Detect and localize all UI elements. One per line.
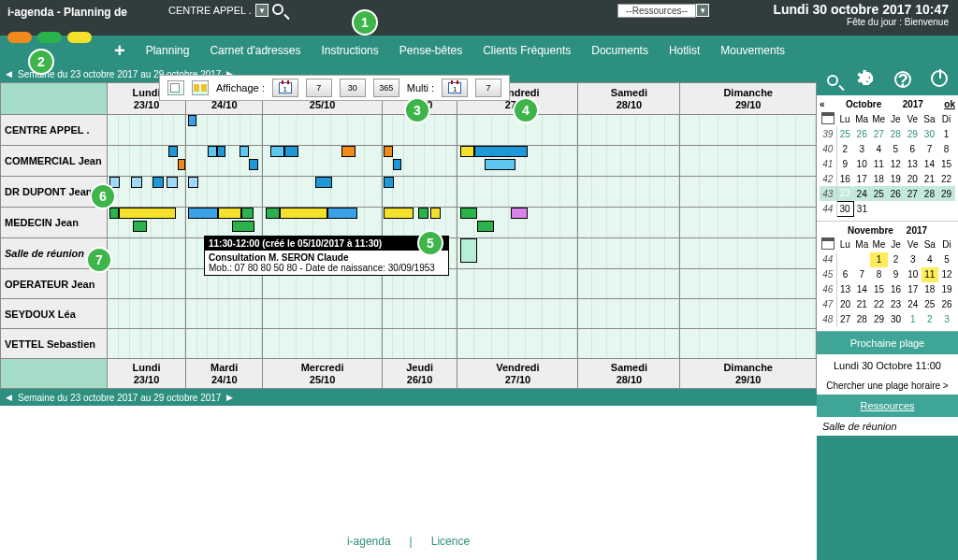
cal-day[interactable]: 14 [853, 282, 870, 297]
power-icon[interactable] [931, 70, 948, 92]
cal-ok-button[interactable]: ok [944, 99, 955, 109]
cal-day[interactable]: 29 [937, 186, 954, 201]
nav-instructions[interactable]: Instructions [321, 44, 378, 57]
cal-day[interactable]: 29 [904, 126, 921, 141]
view-7-button[interactable]: 7 [306, 79, 332, 97]
cal-day[interactable]: 17 [905, 282, 922, 297]
cal-day[interactable]: 26 [853, 126, 870, 141]
cal-day[interactable]: 24 [905, 297, 922, 312]
pill-green[interactable] [37, 32, 62, 43]
cal-day[interactable]: 11 [870, 156, 887, 171]
cal-day[interactable] [870, 201, 887, 216]
resource-cell[interactable]: SEYDOUX Léa [1, 299, 108, 329]
add-button[interactable]: + [114, 40, 125, 62]
nav-pensebetes[interactable]: Pense-bêtes [399, 44, 462, 57]
multi-7-button[interactable]: 7 [475, 79, 501, 97]
cal-day[interactable]: 27 [870, 126, 887, 141]
cal-day[interactable]: 21 [853, 297, 870, 312]
view-1-button[interactable]: 1 [272, 79, 298, 97]
cal-day[interactable]: 29 [870, 312, 887, 327]
cal-day[interactable]: 30 [888, 312, 905, 327]
cal-day[interactable]: 4 [870, 141, 887, 156]
cal-day[interactable]: 26 [887, 186, 904, 201]
nav-hotlist[interactable]: Hotlist [669, 44, 700, 57]
cal-day[interactable]: 22 [937, 171, 954, 186]
cal-day[interactable]: 24 [853, 186, 870, 201]
nav-mouvements[interactable]: Mouvements [720, 44, 785, 57]
cal-day[interactable]: 23 [836, 186, 853, 201]
cal-day[interactable]: 12 [887, 156, 904, 171]
cal-day[interactable]: 27 [904, 186, 921, 201]
nav-documents[interactable]: Documents [591, 44, 648, 57]
cal-day[interactable]: 15 [937, 156, 954, 171]
cal-day[interactable]: 7 [921, 141, 937, 156]
cal-day[interactable]: 23 [888, 297, 905, 312]
cal-day[interactable]: 25 [836, 126, 853, 141]
cal-day[interactable]: 3 [853, 141, 870, 156]
cal-day[interactable]: 30 [836, 201, 853, 216]
cal-day[interactable]: 1 [870, 252, 887, 267]
cal-day[interactable]: 5 [887, 141, 904, 156]
cal-day[interactable]: 14 [921, 156, 937, 171]
search-icon[interactable] [272, 4, 283, 17]
pill-yellow[interactable] [67, 32, 92, 43]
cal-day[interactable]: 9 [836, 156, 853, 171]
cal-day[interactable]: 5 [938, 252, 955, 267]
cal-day[interactable]: 28 [921, 186, 937, 201]
resource-cell[interactable]: VETTEL Sebastien [1, 329, 108, 359]
cal-day[interactable] [887, 201, 904, 216]
cal-day[interactable]: 15 [870, 282, 887, 297]
cal-day[interactable]: 7 [853, 267, 870, 282]
resources-dropdown[interactable]: --Ressources-- ▼ [617, 4, 709, 18]
cal-day[interactable]: 17 [853, 171, 870, 186]
cal-day[interactable]: 8 [870, 267, 887, 282]
cal-day[interactable]: 10 [853, 156, 870, 171]
tool-icon-1[interactable] [167, 80, 184, 95]
cal-month[interactable]: Novembre [848, 225, 893, 236]
nav-planning[interactable]: Planning [146, 44, 190, 57]
cal-day[interactable]: 30 [921, 126, 937, 141]
cal-year[interactable]: 2017 [903, 99, 923, 109]
cal-day[interactable]: 13 [904, 156, 921, 171]
cal-day[interactable] [853, 252, 870, 267]
prev-week-icon[interactable]: ◀ [6, 393, 12, 402]
tool-icon-2[interactable] [192, 80, 209, 95]
center-selector[interactable]: CENTRE APPEL . ▼ [168, 4, 283, 17]
prev-month-icon[interactable]: « [820, 99, 825, 109]
cal-day[interactable]: 18 [870, 171, 887, 186]
cal-day[interactable]: 25 [922, 297, 938, 312]
view-365-button[interactable]: 365 [373, 79, 399, 97]
cal-day[interactable]: 3 [938, 312, 955, 327]
resource-cell[interactable]: OPERATEUR Jean [1, 269, 108, 299]
cal-day[interactable]: 2 [888, 252, 905, 267]
search-slot-link[interactable]: Chercher une plage horaire > [817, 377, 958, 395]
cal-day[interactable]: 27 [836, 312, 853, 327]
cal-day[interactable] [921, 201, 937, 216]
prev-week-icon[interactable]: ◀ [6, 69, 12, 79]
cal-day[interactable]: 3 [905, 252, 922, 267]
help-icon[interactable]: ? [894, 71, 911, 91]
cal-day[interactable]: 20 [836, 297, 853, 312]
cal-day[interactable]: 4 [922, 252, 938, 267]
resource-cell[interactable]: MEDECIN Jean [1, 208, 108, 238]
nav-clientsfreq[interactable]: Clients Fréquents [483, 44, 571, 57]
cal-day[interactable]: 28 [887, 126, 904, 141]
cal-day[interactable]: 10 [905, 267, 922, 282]
view-30-button[interactable]: 30 [340, 79, 366, 97]
cal-day[interactable]: 25 [870, 186, 887, 201]
cal-day[interactable]: 31 [853, 201, 870, 216]
cal-day[interactable] [904, 201, 921, 216]
calendar-icon[interactable] [821, 112, 835, 124]
nav-carnet[interactable]: Carnet d'adresses [210, 44, 300, 57]
cal-day[interactable]: 11 [922, 267, 938, 282]
chevron-down-icon[interactable]: ▼ [255, 4, 269, 17]
next-week-icon[interactable]: ▶ [226, 393, 233, 402]
footer-licence[interactable]: Licence [431, 535, 470, 548]
cal-day[interactable]: 12 [938, 267, 955, 282]
cal-day[interactable]: 6 [836, 267, 853, 282]
cal-day[interactable]: 28 [853, 312, 870, 327]
cal-day[interactable]: 19 [938, 282, 955, 297]
cal-year[interactable]: 2017 [907, 225, 927, 236]
resources-header[interactable]: Ressources [817, 395, 958, 417]
cal-day[interactable] [937, 201, 954, 216]
